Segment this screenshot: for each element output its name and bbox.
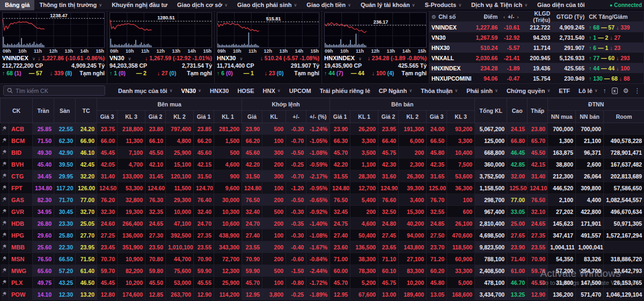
buy-price[interactable]: 66.10 [145, 135, 166, 147]
match-price[interactable]: 23.90 [242, 123, 262, 135]
buy-volume[interactable]: 53,300 [118, 182, 145, 194]
sell-volume[interactable]: 143,800 [399, 241, 427, 253]
sell-volume[interactable]: 3,400 [399, 194, 427, 206]
sell-price[interactable]: 71.10 [378, 253, 399, 265]
col-buy-price2[interactable]: Giá 2 [145, 111, 166, 123]
sell-volume[interactable]: 50,400 [350, 230, 378, 241]
menu-item-s-products[interactable]: S-Products∨ [420, 0, 466, 10]
sell-volume[interactable]: 53,600 [447, 170, 475, 182]
buy-volume[interactable]: 11,300 [118, 135, 145, 147]
index-row-hnxupcomini[interactable]: HNXUPCOMINI94.06-0.4715.754230.949↑ 130 … [429, 73, 643, 83]
sell-price[interactable]: 60.10 [378, 265, 399, 277]
buy-price[interactable]: 12.85 [145, 289, 166, 300]
sell-volume[interactable]: 94,000 [399, 230, 427, 241]
sell-volume[interactable]: 28,300 [350, 170, 378, 182]
buy-price[interactable]: 124.70 [194, 182, 214, 194]
sell-price[interactable]: 31.55 [330, 170, 350, 182]
sell-price[interactable]: 71.20 [427, 253, 447, 265]
match-price[interactable]: 45.60 [242, 147, 262, 159]
match-price[interactable]: 70.90 [242, 253, 262, 265]
col-foreign-sell[interactable]: NN bán [576, 111, 604, 123]
buy-price[interactable]: 70.80 [145, 253, 166, 265]
index-row-hnxindex[interactable]: HNXINDEX234.28-1.8919.436425.565↑ 44 — 4… [429, 63, 643, 73]
col-sell-vol2[interactable]: KL 2 [399, 111, 427, 123]
buy-volume[interactable]: 72,700 [214, 253, 242, 265]
match-price[interactable]: 45.70 [242, 277, 262, 289]
stock-row-mbb[interactable]: MBB25.6022.3023.9523.45351,90023.501,010… [1, 241, 644, 253]
sell-price[interactable]: 76.70 [427, 194, 447, 206]
tab-ph-i-sinh[interactable]: Phái sinh∨ [462, 84, 502, 98]
buy-volume[interactable]: 266,400 [118, 218, 145, 230]
col-sell-price2[interactable]: Giá 2 [378, 111, 399, 123]
menu-item-giao-d-ch-ph-i-sinh[interactable]: Giao dịch phái sinh∨ [232, 0, 302, 10]
sell-price[interactable]: 60.20 [427, 265, 447, 277]
sell-price[interactable]: 23.90 [330, 123, 350, 135]
buy-volume[interactable]: 133,000 [118, 170, 145, 182]
excel-export-icon[interactable]: x [612, 88, 618, 94]
sell-volume[interactable]: 600 [447, 206, 475, 218]
sell-volume[interactable]: 2,300 [399, 159, 427, 170]
chevron-right-icon[interactable]: › [517, 15, 518, 20]
pin-icon[interactable] [1, 241, 9, 253]
sell-volume[interactable]: 118,500 [447, 241, 475, 253]
sell-volume[interactable]: 60,900 [447, 253, 475, 265]
sell-price[interactable]: 76.50 [330, 194, 350, 206]
buy-price[interactable]: 45.50 [145, 147, 166, 159]
stock-row-plx[interactable]: PLX49.7543.2546.5045.4510,20045.5053,000… [1, 277, 644, 289]
tab-th-a-thu-n[interactable]: Thỏa thuận∨ [416, 84, 462, 98]
col-buy-vol1[interactable]: KL 1 [214, 111, 242, 123]
col-ceiling[interactable]: Trần [33, 98, 54, 123]
buy-price[interactable]: 23.45 [97, 241, 118, 253]
sell-price[interactable]: 23.60 [330, 241, 350, 253]
buy-volume[interactable]: 10,300 [214, 206, 242, 218]
col-match-change-pct[interactable]: +/- (%) [306, 111, 330, 123]
buy-volume[interactable]: 9,600 [214, 182, 242, 194]
sell-price[interactable]: 45.80 [427, 147, 447, 159]
buy-price[interactable]: 23.55 [194, 241, 214, 253]
sell-volume[interactable]: 200 [399, 147, 427, 159]
col-index-point[interactable]: Điểm [471, 13, 500, 20]
buy-volume[interactable]: 281,200 [214, 123, 242, 135]
sell-volume[interactable]: 93,200 [447, 123, 475, 135]
pin-icon[interactable] [1, 289, 9, 300]
pin-icon[interactable] [1, 253, 9, 265]
stock-row-ctg[interactable]: CTG34.4529.9532.2031.40133,00031.45120,1… [1, 170, 644, 182]
buy-price[interactable]: 31.50 [194, 170, 214, 182]
col-index-updown[interactable]: CK Tăng/Giảm [587, 13, 643, 20]
gear-icon[interactable]: ⚙ [431, 14, 436, 20]
sell-price[interactable]: 31.65 [427, 170, 447, 182]
sell-price[interactable]: 32.55 [427, 206, 447, 218]
search-input[interactable] [16, 88, 101, 94]
sell-volume[interactable]: 33,300 [447, 265, 475, 277]
index-name[interactable]: HNXINDEX ∨ [324, 55, 362, 61]
sell-price[interactable]: 27.50 [427, 230, 447, 241]
buy-price[interactable]: 76.40 [194, 194, 214, 206]
buy-price[interactable]: 70.70 [97, 253, 118, 265]
match-price[interactable]: 27.40 [242, 230, 262, 241]
sell-price[interactable]: 45.75 [378, 277, 399, 289]
pin-icon[interactable] [1, 194, 9, 206]
match-price[interactable]: 42.20 [242, 159, 262, 170]
match-price[interactable]: 76.50 [242, 194, 262, 206]
buy-volume[interactable]: 15,100 [166, 159, 194, 170]
col-match-vol[interactable]: KL [262, 111, 286, 123]
col-reference[interactable]: TC [76, 98, 97, 123]
sell-price[interactable]: 24.75 [330, 218, 350, 230]
buy-volume[interactable]: 343,300 [214, 241, 242, 253]
pin-icon[interactable] [1, 170, 9, 182]
buy-volume[interactable]: 19,300 [118, 206, 145, 218]
match-price[interactable]: 59.90 [242, 265, 262, 277]
pin-icon[interactable] [1, 218, 9, 230]
col-foreign-room[interactable]: Room [604, 111, 644, 123]
sell-volume[interactable]: 7,500 [447, 159, 475, 170]
buy-volume[interactable]: 7,100 [118, 147, 145, 159]
sell-price[interactable]: 23.65 [378, 241, 399, 253]
sell-price[interactable]: 24.85 [427, 218, 447, 230]
pin-icon[interactable] [1, 265, 9, 277]
sell-price[interactable]: 66.30 [330, 135, 350, 147]
buy-volume[interactable]: 4,800 [166, 135, 194, 147]
sell-price[interactable]: 23.70 [427, 241, 447, 253]
sell-volume[interactable]: 4,600 [350, 218, 378, 230]
kebab-menu-icon[interactable]: ⋮ [634, 87, 640, 95]
col-high[interactable]: Cao [507, 98, 528, 123]
